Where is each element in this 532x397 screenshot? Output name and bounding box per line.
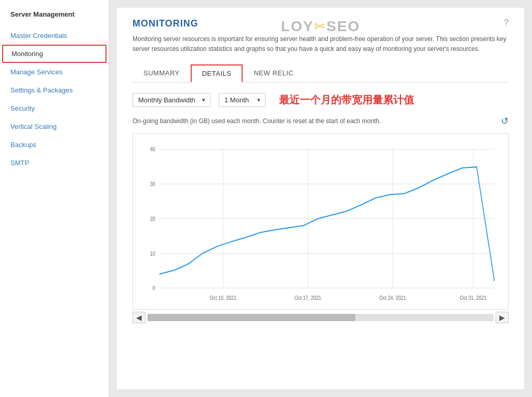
sidebar-item-smtp[interactable]: SMTP — [0, 154, 109, 172]
chart-container: 0 10 20 30 40 Oct 10, 2021 Oct 17, 2021 … — [132, 133, 509, 310]
tab-details[interactable]: DETAILS — [191, 64, 243, 83]
tab-summary[interactable]: SUMMARY — [132, 64, 191, 83]
bandwidth-select[interactable]: Monthly Bandwidth — [132, 93, 210, 107]
bandwidth-chart: 0 10 20 30 40 Oct 10, 2021 Oct 17, 2021 … — [138, 144, 503, 304]
sidebar-item-vertical-scaling[interactable]: Vertical Scaling — [0, 117, 109, 136]
svg-text:10: 10 — [150, 250, 155, 257]
help-icon[interactable]: ? — [504, 18, 509, 28]
svg-text:40: 40 — [150, 147, 155, 153]
main-content: LOY✂SEO MONITORING ? Monitoring server r… — [117, 8, 524, 389]
page-header: MONITORING ? — [132, 18, 509, 29]
sidebar-title: Server Management — [0, 10, 109, 27]
svg-text:Oct 31, 2021: Oct 31, 2021 — [460, 295, 487, 301]
scroll-thumb — [148, 314, 355, 321]
sidebar: Server Management Master Credentials Mon… — [0, 0, 109, 397]
chart-scrollbar: ◀ ▶ — [132, 312, 509, 323]
sidebar-item-manage-services[interactable]: Manage Services — [0, 63, 109, 81]
period-select-wrapper[interactable]: 1 Month — [219, 93, 265, 107]
sidebar-item-security[interactable]: Security — [0, 99, 109, 117]
chart-description-text: On-going bandwidth (in GB) used each mon… — [132, 117, 381, 125]
svg-text:Oct 17, 2021: Oct 17, 2021 — [295, 295, 322, 301]
annotation-text: 最近一个月的带宽用量累计值 — [279, 93, 414, 107]
chart-description-row: On-going bandwidth (in GB) used each mon… — [132, 115, 509, 127]
period-select[interactable]: 1 Month — [219, 93, 265, 107]
sidebar-item-settings-packages[interactable]: Settings & Packages — [0, 81, 109, 99]
svg-text:0: 0 — [153, 285, 155, 292]
refresh-icon[interactable]: ↺ — [501, 115, 509, 127]
svg-text:Oct 24, 2021: Oct 24, 2021 — [379, 295, 406, 301]
page-description: Monitoring server resources is important… — [132, 34, 507, 54]
sidebar-item-master-credentials[interactable]: Master Credentials — [0, 27, 109, 45]
sidebar-item-backups[interactable]: Backups — [0, 136, 109, 154]
page-title: MONITORING — [132, 18, 198, 29]
scroll-right-arrow[interactable]: ▶ — [496, 312, 509, 323]
controls-row: Monthly Bandwidth 1 Month 最近一个月的带宽用量累计值 — [132, 93, 509, 107]
scroll-track[interactable] — [148, 314, 494, 321]
tabs-bar: SUMMARY DETAILS NEW RELIC — [132, 64, 509, 83]
svg-text:20: 20 — [150, 216, 155, 222]
tab-new-relic[interactable]: NEW RELIC — [243, 64, 304, 83]
svg-text:Oct 10, 2021: Oct 10, 2021 — [210, 295, 237, 301]
svg-text:30: 30 — [150, 181, 155, 188]
scroll-left-arrow[interactable]: ◀ — [132, 312, 145, 323]
sidebar-item-monitoring[interactable]: Monitoring — [2, 45, 107, 63]
bandwidth-select-wrapper[interactable]: Monthly Bandwidth — [132, 93, 210, 107]
